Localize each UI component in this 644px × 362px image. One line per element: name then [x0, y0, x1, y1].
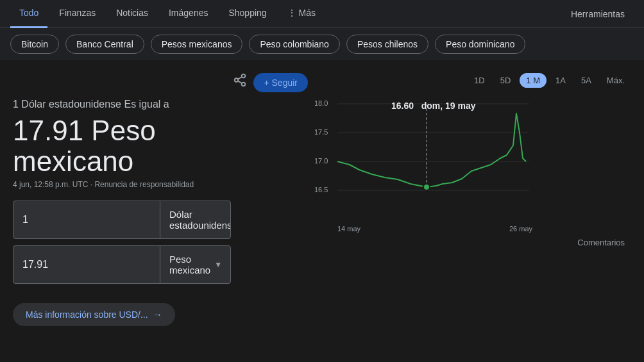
period-5d[interactable]: 5D: [494, 73, 518, 88]
nav-tab-shopping[interactable]: Shopping: [219, 0, 275, 28]
x-label-14may: 14 may: [337, 225, 360, 233]
to-currency-input-group: Peso mexicano ▼: [13, 245, 231, 284]
svg-point-2: [242, 83, 246, 86]
svg-point-0: [242, 74, 246, 78]
chip-banco-central[interactable]: Banco Central: [65, 35, 144, 54]
nav-tab-noticias[interactable]: Noticias: [107, 0, 157, 28]
chip-bitcoin[interactable]: Bitcoin: [10, 35, 59, 54]
chart-dot: [423, 184, 430, 190]
chip-pesos-chilenos[interactable]: Pesos chilenos: [346, 35, 428, 54]
period-1a[interactable]: 1A: [549, 73, 572, 88]
nav-tabs: Todo Finanzas Noticias Imágenes Shopping…: [10, 0, 325, 28]
to-amount-input[interactable]: [13, 246, 160, 283]
svg-line-3: [238, 81, 242, 83]
left-panel: + Seguir 1 Dólar estadounidense Es igual…: [13, 73, 308, 326]
comments-row: Comentarios: [314, 238, 631, 247]
timestamp: 4 jun, 12:58 p.m. UTC · Renuncia de resp…: [13, 180, 308, 189]
period-1d[interactable]: 1D: [468, 73, 491, 88]
chip-pesos-mexicanos[interactable]: Pesos mexicanos: [151, 35, 243, 54]
main-content: + Seguir 1 Dólar estadounidense Es igual…: [0, 60, 644, 333]
from-currency-label: Dólar estadounidense: [169, 209, 231, 231]
nav-tab-todo[interactable]: Todo: [10, 0, 47, 28]
chart-svg: 18.0 17.5 17.0 16.5: [314, 94, 532, 222]
svg-point-1: [235, 78, 239, 82]
period-5a[interactable]: 5A: [575, 73, 598, 88]
from-currency-input-group: Dólar estadounidense ▼: [13, 201, 231, 239]
top-nav: Todo Finanzas Noticias Imágenes Shopping…: [0, 0, 644, 28]
more-info-button[interactable]: Más información sobre USD/... →: [13, 303, 175, 326]
filter-chips-row: Bitcoin Banco Central Pesos mexicanos Pe…: [0, 28, 644, 60]
nav-tab-imagenes[interactable]: Imágenes: [160, 0, 217, 28]
right-panel: 1D 5D 1 M 1A 5A Máx. 16.60 dom, 19 may 1…: [308, 73, 631, 326]
svg-text:17.0: 17.0: [314, 157, 328, 165]
x-label-26may: 26 may: [509, 225, 532, 233]
chip-peso-colombiano[interactable]: Peso colombiano: [249, 35, 339, 54]
share-icon[interactable]: [233, 73, 247, 92]
to-currency-dropdown-arrow: ▼: [214, 260, 222, 269]
conversion-result: 17.91 Peso mexicano: [13, 115, 308, 177]
nav-tab-finanzas[interactable]: Finanzas: [50, 0, 105, 28]
nav-tab-mas[interactable]: ⋮ Más: [278, 0, 325, 28]
herramientas-button[interactable]: Herramientas: [562, 3, 634, 26]
chart-tooltip: 16.60 dom, 19 may: [391, 101, 476, 111]
more-info-label: Más información sobre USD/...: [26, 309, 148, 320]
svg-text:17.5: 17.5: [314, 128, 328, 136]
svg-text:18.0: 18.0: [314, 99, 328, 107]
chip-peso-dominicano[interactable]: Peso dominicano: [435, 35, 525, 54]
follow-button[interactable]: + Seguir: [253, 73, 308, 92]
svg-line-4: [238, 77, 242, 79]
from-currency-selector[interactable]: Dólar estadounidense ▼: [160, 201, 231, 238]
to-currency-label: Peso mexicano: [169, 254, 210, 276]
svg-text:16.5: 16.5: [314, 186, 328, 193]
to-currency-selector[interactable]: Peso mexicano ▼: [160, 246, 231, 283]
from-amount-input[interactable]: [13, 201, 160, 238]
more-info-arrow: →: [153, 309, 162, 320]
chart-period-controls: 1D 5D 1 M 1A 5A Máx.: [314, 73, 631, 88]
chart-container: 16.60 dom, 19 may 18.0 17.5 17.0 16.5: [314, 94, 532, 222]
comments-link[interactable]: Comentarios: [577, 238, 625, 247]
tooltip-price: 16.60 dom, 19 may: [391, 101, 476, 111]
period-1m[interactable]: 1 M: [520, 73, 547, 88]
period-max[interactable]: Máx.: [600, 73, 631, 88]
chart-x-labels: 14 may 26 may: [314, 222, 532, 233]
conversion-subtitle: 1 Dólar estadounidense Es igual a: [13, 99, 308, 110]
